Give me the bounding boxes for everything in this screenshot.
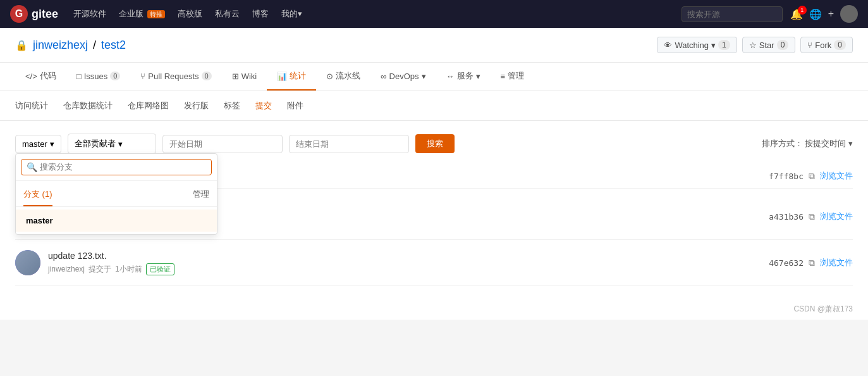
branch-label: master	[22, 139, 47, 149]
stats-icon: 📊	[277, 72, 287, 81]
repo-name[interactable]: test2	[101, 39, 126, 52]
contributor-select[interactable]: 全部贡献者 ▾	[68, 134, 156, 154]
contributor-label: 全部贡献者	[75, 138, 116, 149]
avatar-image-1	[15, 250, 40, 275]
branch-search-input[interactable]	[40, 162, 206, 172]
browse-link-0[interactable]: 浏览文件	[820, 211, 853, 222]
commit-time-1: 1小时前	[115, 264, 142, 275]
branch-item-master[interactable]: master	[16, 210, 217, 232]
eye-icon: 👁	[664, 41, 672, 50]
branch-popup: 🔍 分支 (1) 管理 master	[15, 153, 217, 235]
services-dropdown-icon: ▾	[476, 72, 480, 81]
services-icon: ↔	[446, 72, 455, 81]
globe-icon[interactable]: 🌐	[809, 8, 822, 20]
commit-author-1: jinweizhexj	[48, 265, 85, 273]
nav-links: 开源软件 企业版 特推 高校版 私有云 博客 我的▾	[73, 8, 682, 20]
nav-opensource[interactable]: 开源软件	[73, 8, 106, 20]
footer-text: CSDN @萧叔173	[793, 304, 853, 313]
commit-right-1: 467e632 ⧉ 浏览文件	[769, 257, 853, 268]
branch-search-icon: 🔍	[27, 162, 37, 172]
fork-label: Fork	[815, 41, 831, 50]
end-date-input[interactable]	[289, 135, 409, 153]
branch-search-wrap: 🔍	[21, 159, 212, 175]
notification-icon[interactable]: 🔔 1	[790, 8, 803, 20]
lock-icon: 🔒	[15, 39, 28, 51]
commit-row: update 123.txt. jinweizhexj 提交于 1小时前 已验证…	[15, 240, 853, 286]
nav-university[interactable]: 高校版	[178, 8, 202, 20]
branch-manage-link[interactable]: 管理	[193, 186, 209, 206]
tab-services[interactable]: ↔ 服务 ▾	[436, 63, 491, 91]
tab-wiki[interactable]: ⊞ Wiki	[222, 63, 267, 91]
repo-owner[interactable]: jinweizhexj	[33, 39, 88, 52]
main-tabs: </> 代码 □ Issues 0 ⑂ Pull Requests 0 ⊞ Wi…	[0, 63, 868, 91]
repo-actions: 👁 Watching ▾ 1 ☆ Star 0 ⑂ Fork 0	[657, 37, 853, 53]
brand-logo[interactable]: G gitee	[10, 5, 58, 23]
user-avatar[interactable]	[840, 5, 858, 23]
copy-icon-0[interactable]: ⧉	[809, 211, 815, 222]
fork-button[interactable]: ⑂ Fork 0	[800, 37, 853, 53]
star-button[interactable]: ☆ Star 0	[742, 37, 796, 53]
tab-code[interactable]: </> 代码	[15, 63, 66, 91]
pr-badge: 0	[202, 72, 212, 80]
commit-avatar-1	[15, 250, 40, 275]
global-search-input[interactable]	[682, 6, 783, 22]
sub-tab-repo-stats[interactable]: 仓库数据统计	[63, 97, 113, 114]
tab-issues[interactable]: □ Issues 0	[66, 63, 131, 91]
manage-icon: ≡	[501, 72, 506, 81]
nav-mine[interactable]: 我的▾	[281, 8, 302, 20]
copy-icon-1[interactable]: ⧉	[809, 258, 815, 268]
watching-count: 1	[718, 40, 730, 50]
top-copy-icon[interactable]: ⧉	[809, 171, 815, 182]
sub-tabs: 访问统计 仓库数据统计 仓库网络图 发行版 标签 提交 附件	[0, 91, 868, 121]
commit-info-1: update 123.txt. jinweizhexj 提交于 1小时前 已验证	[48, 251, 761, 275]
pr-icon: ⑂	[140, 72, 145, 81]
tab-devops[interactable]: ∞ DevOps ▾	[370, 63, 436, 91]
commit-hash-1: 467e632	[769, 258, 804, 268]
search-button[interactable]: 搜索	[415, 134, 455, 153]
fork-icon: ⑂	[807, 41, 812, 50]
sub-tab-commits[interactable]: 提交	[255, 97, 272, 114]
issues-icon: □	[76, 72, 82, 81]
start-date-input[interactable]	[162, 135, 283, 153]
sub-tab-network[interactable]: 仓库网络图	[128, 97, 169, 114]
sub-tab-attachments[interactable]: 附件	[287, 97, 303, 114]
top-browse-link[interactable]: 浏览文件	[820, 170, 853, 182]
contributor-dropdown-icon: ▾	[118, 139, 123, 149]
enterprise-badge: 特推	[147, 10, 165, 18]
branch-dropdown-icon: ▾	[50, 139, 54, 149]
commit-hash-0: a431b36	[769, 212, 804, 222]
pipeline-icon: ⊙	[326, 72, 333, 81]
filter-row: master ▾ 🔍 分支 (1) 管理 master	[15, 134, 853, 154]
tab-manage[interactable]: ≡ 管理	[491, 63, 535, 91]
verified-badge-1: 已验证	[146, 263, 174, 275]
star-label: Star	[759, 41, 774, 50]
browse-link-1[interactable]: 浏览文件	[820, 257, 853, 268]
star-count: 0	[777, 40, 789, 50]
nav-private-cloud[interactable]: 私有云	[215, 8, 240, 20]
issues-badge: 0	[110, 72, 120, 80]
branch-dropdown[interactable]: master ▾ 🔍 分支 (1) 管理 master	[15, 135, 61, 153]
watching-button[interactable]: 👁 Watching ▾ 1	[657, 37, 737, 53]
sub-tab-visit[interactable]: 访问统计	[15, 97, 48, 114]
gitee-g-icon: G	[10, 5, 28, 23]
commit-message-1: update 123.txt.	[48, 251, 761, 261]
branch-select-btn[interactable]: master ▾	[15, 135, 61, 153]
commit-action-1: 提交于	[89, 264, 111, 275]
code-icon: </>	[25, 72, 37, 81]
branch-tab-branches[interactable]: 分支 (1)	[23, 186, 52, 206]
tab-stats[interactable]: 📊 统计	[267, 63, 316, 91]
add-icon[interactable]: +	[828, 8, 834, 20]
tab-pipeline[interactable]: ⊙ 流水线	[316, 63, 370, 91]
branch-list: master	[16, 207, 217, 234]
sub-tab-tags[interactable]: 标签	[224, 97, 240, 114]
branch-search: 🔍	[16, 154, 217, 181]
sort-value[interactable]: 按提交时间 ▾	[805, 139, 853, 148]
branch-tabs: 分支 (1) 管理	[16, 181, 217, 207]
sort-label: 排序方式： 按提交时间 ▾	[762, 138, 853, 149]
nav-enterprise[interactable]: 企业版 特推	[119, 8, 165, 20]
watching-label: Watching	[675, 41, 709, 50]
nav-blog[interactable]: 博客	[252, 8, 269, 20]
devops-icon: ∞	[381, 72, 386, 81]
tab-pull-requests[interactable]: ⑂ Pull Requests 0	[130, 63, 221, 91]
sub-tab-releases[interactable]: 发行版	[184, 97, 209, 114]
